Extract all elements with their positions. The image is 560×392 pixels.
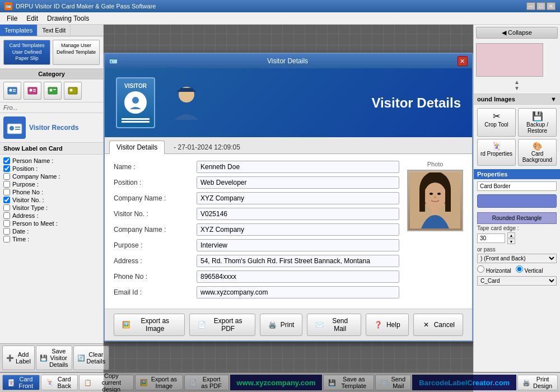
input-visitor-no[interactable] [197, 208, 399, 220]
cb-address-label: Address : [12, 212, 38, 219]
input-email[interactable] [197, 286, 399, 298]
menu-edit[interactable]: Edit [22, 13, 43, 24]
cb-phone-no-input[interactable] [3, 189, 10, 195]
svg-rect-8 [48, 87, 57, 94]
input-name[interactable] [197, 161, 399, 173]
backup-restore-button[interactable]: 💾 Backup / Restore [518, 108, 557, 137]
canvas-area: 🪪 Visitor Details ✕ VISITOR [104, 25, 473, 392]
add-label-bar: ➕ Add Label 💾 Save Visitor Details 🔄 Cle… [0, 343, 104, 372]
cb-address-input[interactable] [3, 212, 10, 219]
visitor-records-section[interactable]: Visitor Records [0, 113, 103, 143]
field-position: Position : [114, 176, 399, 189]
cb-person-to-meet: Person to Meet : [3, 220, 100, 227]
clear-details-icon: 🔄 [77, 354, 85, 362]
tab-templates[interactable]: Templates [0, 25, 38, 36]
tape-edge-up[interactable]: ▲ [507, 232, 515, 238]
modal-tab-visitor-details[interactable]: Visitor Details [109, 141, 165, 154]
print-button[interactable]: 🖨️ Print [260, 314, 303, 336]
tape-edge-input[interactable] [477, 234, 505, 243]
save-visitor-button[interactable]: 💾 Save Visitor Details [36, 346, 72, 370]
horizontal-radio[interactable] [477, 265, 484, 273]
input-position[interactable] [197, 176, 399, 189]
cb-visitor-type-input[interactable] [3, 204, 10, 211]
send-mail-button[interactable]: ✉️ Send Mail [307, 314, 361, 336]
card-properties-button[interactable]: 🃏 rd Properties [477, 139, 516, 166]
label-company-name-1: Company Name : [114, 194, 192, 202]
minimize-button[interactable]: — [526, 2, 535, 10]
tab-text-edit[interactable]: Text Edit [38, 25, 71, 36]
cb-person-to-meet-input[interactable] [3, 220, 10, 227]
bg-images-label: ound Images [477, 96, 515, 102]
modal-close-button[interactable]: ✕ [458, 56, 468, 66]
add-label-button[interactable]: ➕ Add Label [2, 346, 35, 370]
input-address[interactable] [197, 255, 399, 267]
export-pdf-button[interactable]: 📄 Export as PDF [189, 314, 255, 336]
help-button[interactable]: ❓ Help [366, 314, 409, 336]
input-company-name-1[interactable] [197, 192, 399, 204]
scroll-down-arrow[interactable]: ▼ [476, 85, 558, 91]
cb-purpose-input[interactable] [3, 181, 10, 188]
color-swatch[interactable] [477, 194, 557, 208]
cb-visitor-type: Visitor Type : [3, 204, 100, 212]
bg-images-collapse-icon[interactable]: ▼ [550, 96, 557, 102]
collapse-button[interactable]: ◀ Collapse [476, 27, 558, 39]
field-visitor-no: Visitor No. : [114, 208, 399, 220]
maximize-button[interactable]: □ [536, 2, 545, 10]
cb-date-input[interactable] [3, 228, 10, 235]
send-mail-label: Send Mail [327, 317, 353, 333]
rounded-rectangle-button[interactable]: Rounded Rectangle [477, 212, 557, 224]
svg-point-5 [30, 89, 32, 92]
cat-icon-1[interactable] [3, 82, 21, 100]
export-pdf-icon: 📄 [198, 320, 206, 329]
card-back-button[interactable]: 🃏 Card Back [41, 375, 78, 390]
print-icon: 🖨️ [268, 320, 277, 329]
menu-drawing-tools[interactable]: Drawing Tools [43, 13, 94, 24]
card-front-button[interactable]: 🃏 Card Front [2, 375, 40, 390]
card-border-input[interactable] [477, 181, 557, 191]
cat-icon-4[interactable] [64, 82, 82, 100]
crop-tool-label: Crop Tool [479, 122, 514, 128]
vertical-radio[interactable] [516, 265, 523, 273]
cb-company-name-input[interactable] [3, 173, 10, 180]
svg-rect-2 [13, 89, 16, 90]
cb-visitor-no-input[interactable] [3, 197, 10, 203]
menu-file[interactable]: File [2, 13, 22, 24]
manage-template-btn[interactable]: Manage User Defined Template [53, 40, 100, 65]
category-header: Category [0, 69, 103, 80]
cb-person-name-input[interactable] [3, 157, 10, 164]
cancel-button[interactable]: ✕ Cancel [413, 314, 463, 336]
modal-header-title: Visitor Details [218, 95, 461, 111]
field-company-name-2: Company Name : [114, 223, 399, 236]
crop-tool-button[interactable]: ✂ Crop Tool [477, 108, 516, 137]
cb-company-name: Company Name : [3, 172, 100, 180]
cat-icon-3[interactable] [44, 82, 62, 100]
photo-label: Photo [407, 161, 463, 167]
cb-time-input[interactable] [3, 236, 10, 242]
card-templates-btn[interactable]: Card TemplatesUser DefinedPaper Slip [3, 40, 50, 65]
cb-time: Time : [3, 235, 100, 243]
export-image-button[interactable]: 🖼️ Export as Image [114, 314, 185, 336]
copy-design-icon: 📋 [84, 379, 92, 386]
cat-icon-2[interactable] [24, 82, 41, 100]
cb-position-input[interactable] [3, 165, 10, 172]
input-company-name-2[interactable] [197, 223, 399, 236]
input-phone[interactable] [197, 270, 399, 283]
cb-phone-no: Phone No : [3, 188, 100, 196]
photo-placeholder [407, 170, 463, 231]
tape-edge-down[interactable]: ▼ [507, 239, 515, 244]
input-purpose[interactable] [197, 239, 399, 251]
front-back-select[interactable]: ) (Front and Back) Front Only Back Only [477, 254, 557, 263]
c-card-select[interactable]: C_Card [477, 276, 557, 286]
visitor-records-label: Visitor Records [29, 124, 78, 132]
svg-point-23 [424, 183, 446, 209]
scroll-up-arrow[interactable]: ▲ [476, 79, 558, 85]
card-background-button[interactable]: 🎨 Card Background [518, 139, 557, 166]
print-design-button[interactable]: 🖨️ Print Design [517, 375, 558, 390]
svg-point-26 [430, 193, 433, 195]
save-visitor-text: Save Visitor Details [49, 348, 68, 368]
top-tabs: Templates Text Edit [0, 25, 103, 36]
from-label: Fro... [0, 102, 103, 113]
svg-rect-15 [15, 127, 20, 128]
close-window-button[interactable]: ✕ [547, 2, 556, 10]
preview-area: ▲ ▼ [474, 41, 560, 94]
